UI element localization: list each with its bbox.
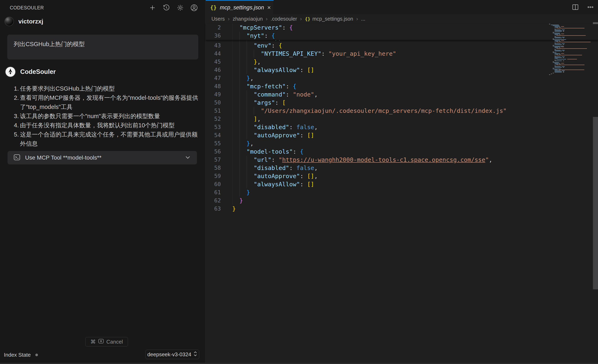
vertical-scrollbar-thumb[interactable] — [593, 117, 598, 289]
assistant-name: CodeSouler — [20, 68, 56, 75]
code-line[interactable]: 54"autoApprove": [] — [206, 131, 314, 139]
breadcrumb-item[interactable]: zhangxiaojun — [233, 16, 263, 22]
line-number: 47 — [206, 74, 221, 82]
line-number: 62 — [206, 197, 221, 205]
line-number: 48 — [206, 82, 221, 90]
history-icon[interactable] — [162, 4, 170, 12]
code-line[interactable]: 43"env": { — [206, 41, 282, 50]
code-line[interactable]: 51"/Users/zhangxiaojun/.codesouler/mcp_s… — [206, 107, 507, 115]
tab-close-icon[interactable]: × — [267, 4, 271, 11]
code-text: "mcpServers": { — [232, 24, 293, 32]
line-number: 59 — [206, 172, 221, 180]
code-line[interactable]: 46"alwaysAllow": [] — [206, 66, 314, 74]
scrollbar-shadow — [593, 22, 598, 24]
code-text: "disabled": false, — [232, 123, 318, 131]
code-line[interactable]: 49"command": "node", — [206, 90, 318, 99]
chevron-right-icon: › — [300, 16, 302, 22]
editor-group: {} mcp_settings.json × Users›zhangxiaoju… — [206, 0, 598, 364]
code-line[interactable]: 57"url": "https://u-wanghh2000-model-too… — [206, 156, 492, 164]
split-editor-icon[interactable] — [572, 3, 579, 11]
sidebar-header: CODESOULER — [0, 0, 205, 16]
tab-bar: {} mcp_settings.json × — [206, 0, 598, 14]
user-name: victorzxj — [18, 18, 43, 25]
terminal-icon — [13, 154, 21, 162]
code-line[interactable]: 36"nyt": { — [206, 32, 598, 40]
window-bottom-edge — [0, 363, 598, 364]
line-number: 58 — [206, 164, 221, 172]
breadcrumb-item[interactable]: ... — [361, 16, 365, 22]
code-text: "alwaysAllow": [] — [232, 66, 314, 74]
minimap[interactable] — [549, 24, 593, 77]
sticky-scroll[interactable]: 2"mcpServers": {36"nyt": { — [206, 24, 598, 40]
code-text: }, — [232, 74, 254, 82]
code-text: "env": { — [232, 41, 282, 50]
code-text: "autoApprove": [], — [232, 172, 318, 180]
code-line[interactable]: 45}, — [206, 58, 261, 66]
index-state: Index State — [4, 352, 38, 358]
code-line[interactable]: 59"autoApprove": [], — [206, 172, 318, 180]
cancel-button[interactable]: ⌘ Cancel — [85, 337, 128, 347]
code-line[interactable]: 55}, — [206, 139, 254, 148]
code-line[interactable]: 47}, — [206, 74, 254, 82]
line-number: 57 — [206, 156, 221, 164]
code-text: "autoApprove": [] — [232, 131, 314, 139]
code-text: "args": [ — [232, 99, 286, 107]
code-line[interactable]: 48"mcp-fetch": { — [206, 82, 296, 90]
line-number: 45 — [206, 58, 221, 66]
breadcrumb-item[interactable]: Users — [211, 16, 225, 22]
assistant-step: 这是一个合适的工具来完成这个任务，不需要其他工具或用户提供额外信息 — [14, 130, 200, 148]
code-text: "disabled": false, — [232, 164, 318, 172]
mcp-tool-expander[interactable]: Use MCP Tool **model-tools** — [8, 151, 197, 165]
json-file-icon: {} — [305, 16, 310, 21]
line-number: 63 — [206, 205, 221, 213]
line-number: 52 — [206, 115, 221, 123]
chevron-right-icon: › — [356, 16, 358, 22]
code-line[interactable]: 52], — [206, 115, 261, 123]
code-text: } — [232, 197, 243, 205]
line-number: 55 — [206, 139, 221, 148]
user-message-bubble: 列出CSGHub上热门的模型 — [7, 35, 198, 59]
line-number: 36 — [206, 32, 221, 40]
account-icon[interactable] — [190, 4, 198, 12]
assistant-step: 由于任务没有指定具体数量，我将默认列出前10个热门模型 — [14, 121, 200, 130]
code-line[interactable]: 53"disabled": false, — [206, 123, 318, 131]
code-line[interactable]: 61} — [206, 188, 250, 197]
line-number: 56 — [206, 148, 221, 156]
model-selector[interactable]: deepseek-v3-0324 — [146, 350, 199, 359]
gear-icon[interactable] — [176, 4, 184, 12]
new-chat-icon[interactable] — [149, 4, 156, 12]
code-line[interactable]: 58"disabled": false, — [206, 164, 318, 172]
code-line[interactable]: 44"NYTIMES_API_KEY": "your_api_key_here" — [206, 50, 396, 58]
breadcrumb-item[interactable]: .codesouler — [271, 16, 297, 22]
more-actions-icon[interactable] — [587, 3, 594, 11]
json-file-icon: {} — [210, 4, 216, 11]
code-text: } — [232, 205, 236, 213]
code-text: ], — [232, 115, 261, 123]
chevron-down-icon[interactable] — [184, 154, 191, 162]
cancel-button-label: Cancel — [106, 339, 123, 345]
codesouler-logo-icon — [6, 67, 15, 77]
mcp-tool-label: Use MCP Tool **model-tools** — [25, 154, 180, 161]
code-line[interactable]: 62} — [206, 197, 243, 205]
code-line[interactable]: 60"alwaysAllow": [] — [206, 180, 314, 188]
assistant-step: 查看可用的MCP服务器，发现有一个名为"model-tools"的服务器提供了"… — [14, 93, 200, 112]
chevron-right-icon: › — [228, 16, 230, 22]
code-line[interactable]: 50"args": [ — [206, 99, 286, 107]
editor-actions — [572, 0, 594, 14]
code-text: "NYTIMES_API_KEY": "your_api_key_here" — [232, 50, 396, 58]
tab-filename: mcp_settings.json — [220, 4, 264, 11]
line-number: 49 — [206, 90, 221, 99]
breadcrumb-item[interactable]: {}mcp_settings.json — [305, 16, 353, 22]
code-line[interactable]: 56"model-tools": { — [206, 148, 304, 156]
code-text: } — [232, 188, 250, 197]
code-line[interactable]: 63} — [206, 205, 236, 213]
code-editor[interactable]: 42"autoApprove": [],43"env": {44"NYTIMES… — [206, 24, 598, 364]
chat-sidebar: CODESOULER victorzxj 列出CSGHub上热门的模型 — [0, 0, 206, 364]
breadcrumb: Users›zhangxiaojun›.codesouler›{}mcp_set… — [206, 14, 598, 24]
line-number: 53 — [206, 123, 221, 131]
tab-mcp-settings[interactable]: {} mcp_settings.json × — [206, 0, 274, 14]
line-number: 50 — [206, 99, 221, 107]
code-text: "/Users/zhangxiaojun/.codesouler/mcp_ser… — [232, 107, 507, 115]
line-number: 46 — [206, 66, 221, 74]
code-line[interactable]: 2"mcpServers": { — [206, 24, 598, 32]
